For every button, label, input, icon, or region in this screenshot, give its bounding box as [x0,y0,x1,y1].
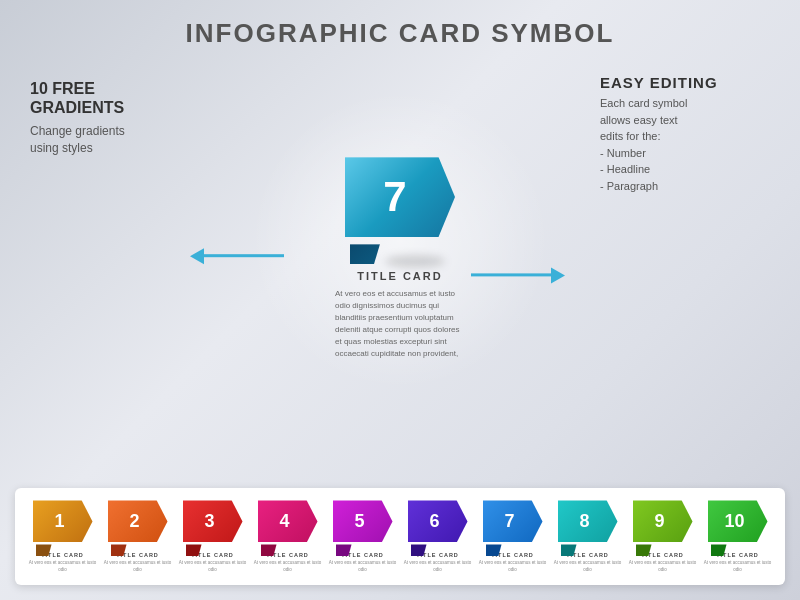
mini-card-text-7: At vero eos et accusamus et iusto odio [479,560,547,573]
mini-card-10: 10 TITLE CARD At vero eos et accusamus e… [704,500,772,573]
mini-card-main-8: 8 [558,500,618,542]
mini-card-8: 8 TITLE CARD At vero eos et accusamus et… [554,500,622,573]
card-paragraph: At vero eos et accusamus et iusto odio d… [335,288,465,360]
left-section: 10 FREEGRADIENTS Change gradientsusing s… [30,79,125,157]
arrow-right [471,267,565,283]
mini-card-number-10: 10 [724,511,750,532]
mini-card-2: 2 TITLE CARD At vero eos et accusamus et… [104,500,172,573]
mini-card-text-1: At vero eos et accusamus et iusto odio [29,560,97,573]
mini-card-shape-10: 10 [708,500,768,548]
mini-card-main-3: 3 [183,500,243,542]
mini-card-number-6: 6 [429,511,445,532]
right-text: Each card symbolallows easy textedits fo… [600,95,775,194]
card-main-shape: 7 [345,157,455,237]
mini-card-number-7: 7 [504,511,520,532]
mini-card-text-10: At vero eos et accusamus et iusto odio [704,560,772,573]
mini-card-text-9: At vero eos et accusamus et iusto odio [629,560,697,573]
mini-card-3: 3 TITLE CARD At vero eos et accusamus et… [179,500,247,573]
mini-card-shape-7: 7 [483,500,543,548]
mini-card-main-9: 9 [633,500,693,542]
mini-card-number-5: 5 [354,511,370,532]
bottom-strip: 1 TITLE CARD At vero eos et accusamus et… [15,488,785,585]
mini-card-number-9: 9 [654,511,670,532]
left-subtitle: Change gradientsusing styles [30,123,125,157]
mini-card-shape-6: 6 [408,500,468,548]
mini-card-text-3: At vero eos et accusamus et iusto odio [179,560,247,573]
card-shadow [385,255,445,267]
mini-card-number-8: 8 [579,511,595,532]
mini-card-number-4: 4 [279,511,295,532]
mini-card-shape-1: 1 [33,500,93,548]
mini-card-shape-3: 3 [183,500,243,548]
mini-card-4: 4 TITLE CARD At vero eos et accusamus et… [254,500,322,573]
mini-card-text-8: At vero eos et accusamus et iusto odio [554,560,622,573]
mini-card-shape-4: 4 [258,500,318,548]
mini-card-text-6: At vero eos et accusamus et iusto odio [404,560,472,573]
mini-card-text-4: At vero eos et accusamus et iusto odio [254,560,322,573]
mini-card-main-1: 1 [33,500,93,542]
mini-card-9: 9 TITLE CARD At vero eos et accusamus et… [629,500,697,573]
arrow-head-left-icon [190,248,204,264]
card-fold [350,244,380,264]
mini-card-main-10: 10 [708,500,768,542]
mini-card-number-3: 3 [204,511,220,532]
mini-card-main-7: 7 [483,500,543,542]
mini-card-main-2: 2 [108,500,168,542]
center-card: 7 TITLE CARD At vero eos et accusamus et… [335,157,465,360]
page-title: INFOGRAPHIC CARD SYMBOL [186,18,615,49]
arrow-line-left [204,254,284,257]
card-shape: 7 [345,157,455,252]
card-number: 7 [383,173,416,221]
mini-card-number-2: 2 [129,511,145,532]
mini-card-text-5: At vero eos et accusamus et iusto odio [329,560,397,573]
mini-card-5: 5 TITLE CARD At vero eos et accusamus et… [329,500,397,573]
mini-card-7: 7 TITLE CARD At vero eos et accusamus et… [479,500,547,573]
mini-card-number-1: 1 [54,511,70,532]
card-title-label: TITLE CARD [335,270,465,282]
mini-card-main-6: 6 [408,500,468,542]
mini-card-text-2: At vero eos et accusamus et iusto odio [104,560,172,573]
mini-card-shape-2: 2 [108,500,168,548]
mini-card-1: 1 TITLE CARD At vero eos et accusamus et… [29,500,97,573]
mini-card-6: 6 TITLE CARD At vero eos et accusamus et… [404,500,472,573]
arrow-line-right [471,274,551,277]
mini-card-shape-5: 5 [333,500,393,548]
mini-card-shape-9: 9 [633,500,693,548]
main-container: INFOGRAPHIC CARD SYMBOL 10 FREEGRADIENTS… [0,0,800,600]
right-section: EASY EDITING Each card symbolallows easy… [600,74,775,194]
mini-card-shape-8: 8 [558,500,618,548]
mini-card-main-5: 5 [333,500,393,542]
right-headline: EASY EDITING [600,74,775,91]
top-section: 10 FREEGRADIENTS Change gradientsusing s… [0,49,800,488]
arrow-left [190,248,284,264]
arrow-head-right-icon [551,267,565,283]
card-text-area: TITLE CARD At vero eos et accusamus et i… [335,270,465,360]
left-headline: 10 FREEGRADIENTS [30,79,125,117]
mini-card-main-4: 4 [258,500,318,542]
